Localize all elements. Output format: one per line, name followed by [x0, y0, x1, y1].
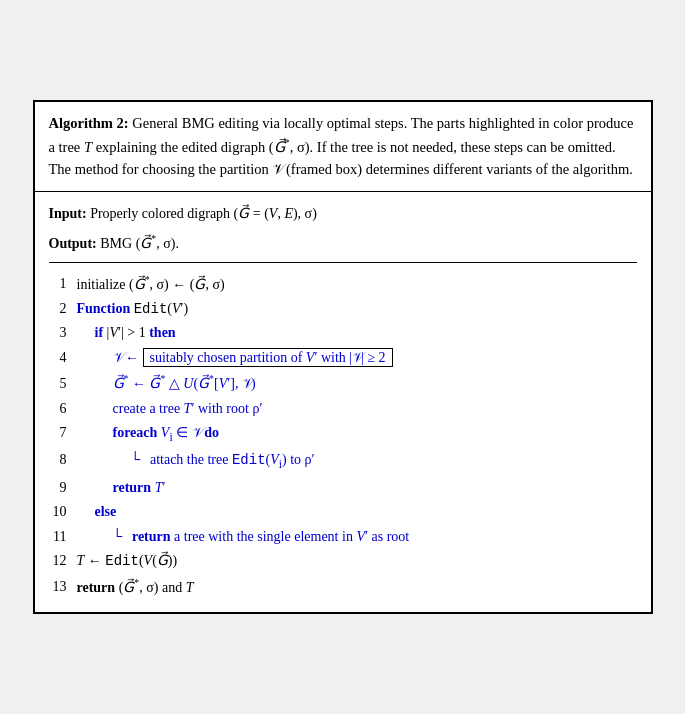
line-1: 1 initialize (G⃗*, σ) ← (G⃗, σ) [49, 271, 637, 297]
framed-box: suitably chosen partition of V′ with |𝒱|… [143, 348, 393, 367]
line-num-9: 9 [49, 476, 77, 501]
line-12: 12 T ← Edit(V(G⃗)) [49, 549, 637, 574]
divider [49, 262, 637, 263]
algorithm-title-bold: Algorithm 2: [49, 115, 129, 131]
line-content-11: └ return a tree with the single element … [113, 525, 637, 550]
line-content-2: Function Edit(V′) [77, 297, 637, 322]
line-content-5: G⃗* ← G⃗* △ U(G⃗*[V′], 𝒱) [113, 370, 637, 396]
line-num-7: 7 [49, 421, 77, 446]
line-content-1: initialize (G⃗*, σ) ← (G⃗, σ) [77, 271, 637, 297]
line-content-4: 𝒱 ← suitably chosen partition of V′ with… [113, 346, 637, 371]
algorithm-header: Algorithm 2: General BMG editing via loc… [35, 102, 651, 191]
line-num-2: 2 [49, 297, 77, 322]
output-text: BMG (G⃗*, σ). [100, 236, 179, 251]
output-label: Output: [49, 236, 97, 251]
line-9: 9 return T′ [49, 476, 637, 501]
line-num-13: 13 [49, 575, 77, 600]
output-line: Output: BMG (G⃗*, σ). [49, 231, 637, 255]
line-13: 13 return (G⃗*, σ) and T [49, 574, 637, 600]
input-label: Input: [49, 206, 87, 221]
line-num-5: 5 [49, 372, 77, 397]
line-8: 8 └ attach the tree Edit(Vi) to ρ′ [49, 448, 637, 475]
line-content-9: return T′ [113, 476, 637, 501]
line-num-10: 10 [49, 500, 77, 525]
line-num-8: 8 [49, 448, 77, 473]
line-7: 7 foreach Vi ∈ 𝒱 do [49, 421, 637, 448]
input-line: Input: Properly colored digraph (G⃗ = (V… [49, 202, 637, 226]
line-content-6: create a tree T′ with root ρ′ [113, 397, 637, 422]
line-content-10: else [95, 500, 637, 525]
line-content-7: foreach Vi ∈ 𝒱 do [113, 421, 637, 448]
line-num-12: 12 [49, 549, 77, 574]
line-content-3: if |V′| > 1 then [95, 321, 637, 346]
line-content-13: return (G⃗*, σ) and T [77, 574, 637, 600]
line-num-4: 4 [49, 346, 77, 371]
line-3: 3 if |V′| > 1 then [49, 321, 637, 346]
line-10: 10 else [49, 500, 637, 525]
algorithm-title-desc: General BMG editing via locally optimal … [49, 115, 634, 177]
line-11: 11 └ return a tree with the single eleme… [49, 525, 637, 550]
algo-lines: 1 initialize (G⃗*, σ) ← (G⃗, σ) 2 Functi… [49, 271, 637, 600]
algorithm-body: Input: Properly colored digraph (G⃗ = (V… [35, 192, 651, 612]
line-num-11: 11 [49, 525, 77, 550]
line-content-8: └ attach the tree Edit(Vi) to ρ′ [131, 448, 637, 475]
line-5: 5 G⃗* ← G⃗* △ U(G⃗*[V′], 𝒱) [49, 370, 637, 396]
line-4: 4 𝒱 ← suitably chosen partition of V′ wi… [49, 346, 637, 371]
line-2: 2 Function Edit(V′) [49, 297, 637, 322]
line-6: 6 create a tree T′ with root ρ′ [49, 397, 637, 422]
algorithm-box: Algorithm 2: General BMG editing via loc… [33, 100, 653, 613]
line-content-12: T ← Edit(V(G⃗)) [77, 549, 637, 574]
line-num-6: 6 [49, 397, 77, 422]
line-num-1: 1 [49, 272, 77, 297]
line-num-3: 3 [49, 321, 77, 346]
input-text: Properly colored digraph (G⃗ = (V, E), σ… [90, 206, 317, 221]
